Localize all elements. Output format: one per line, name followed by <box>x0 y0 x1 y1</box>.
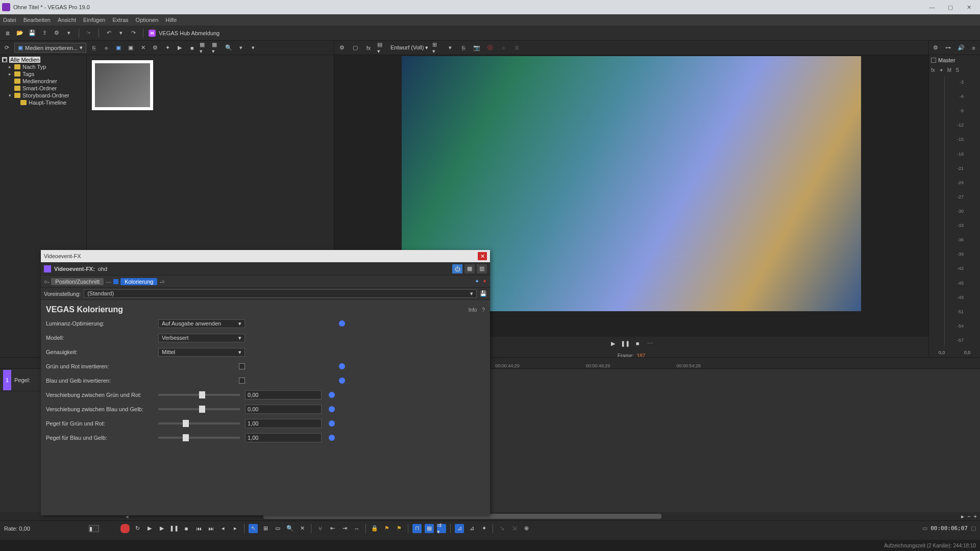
keyframe-icon[interactable] <box>329 406 335 412</box>
fx-lvl-gr-slider[interactable] <box>158 422 240 424</box>
fx-chain-add-icon[interactable]: ✦ <box>475 278 479 285</box>
shuffle-tool[interactable]: ✕ <box>298 524 307 533</box>
fx-lvl-by-input[interactable]: 1,00 <box>245 433 322 442</box>
tree-item-main-timeline[interactable]: Haupt-Timeline <box>1 99 85 106</box>
preview-play-button[interactable]: ▶ <box>609 339 617 347</box>
fx-view2-button[interactable]: ▥ <box>477 264 487 273</box>
preview-more-button[interactable]: ⋯ <box>646 339 654 347</box>
fx-shift-gr-slider[interactable] <box>158 394 240 396</box>
loop-button[interactable]: ↻ <box>133 524 142 533</box>
fx-view1-button[interactable]: ▦ <box>464 264 475 273</box>
overlay-icon[interactable]: ⊞ ▾ <box>432 43 442 53</box>
master-send-icon[interactable]: ✦ <box>939 67 943 73</box>
lock-button[interactable]: 🔒 <box>370 524 379 533</box>
ignore-event-button[interactable]: ↘ <box>497 524 506 533</box>
fx-dialog-titlebar[interactable]: Videoevent-FX ✕ <box>41 250 490 262</box>
record-badge-icon[interactable]: Ⓥ <box>485 43 495 53</box>
refresh-icon[interactable]: ⟳ <box>2 43 11 53</box>
hub-label[interactable]: VEGAS Hub Abmeldung <box>159 30 219 36</box>
overlay2-icon[interactable]: ▾ <box>446 43 455 53</box>
clock-popout-icon[interactable]: ▢ <box>971 525 976 532</box>
stop-button[interactable]: ■ <box>182 524 191 533</box>
auto-crossfade-button[interactable]: ⊿ <box>455 524 464 533</box>
minimize-button[interactable]: — <box>923 2 941 12</box>
hscroll-right-arrow[interactable]: ▸ <box>961 513 964 520</box>
master-gear-icon[interactable]: ⚙ <box>931 43 940 53</box>
rate-scrubber[interactable]: ▮ <box>89 525 99 532</box>
chevron-down-icon[interactable]: ▾ <box>64 29 74 38</box>
redo-icon[interactable]: ↷ <box>129 29 138 38</box>
fx-lum-opt-dropdown[interactable]: Auf Ausgabe anwenden▾ <box>158 319 245 328</box>
marker-flag1-icon[interactable]: ⚑ <box>382 524 391 533</box>
capture-icon[interactable]: ⎘ <box>89 43 99 53</box>
keyframe-icon[interactable] <box>329 392 335 398</box>
media-fx-icon[interactable]: ✦ <box>163 43 172 53</box>
tag-dropdown-icon[interactable]: ▾ <box>249 43 258 53</box>
preview-props-icon[interactable]: ⚙ <box>337 43 347 53</box>
sync-button[interactable]: ⊕ <box>522 524 531 533</box>
fx-preset-save-icon[interactable]: 💾 <box>480 290 487 297</box>
fx-lvl-by-slider[interactable] <box>158 437 240 439</box>
fx-chain-remove-icon[interactable]: ✦ <box>482 278 487 285</box>
menu-view[interactable]: Ansicht <box>58 17 76 23</box>
trim-end-tool[interactable]: ⇥ <box>340 524 349 533</box>
fx-shift-gr-input[interactable]: 0,00 <box>245 390 322 399</box>
get-media-icon[interactable]: ⎆ <box>102 43 111 53</box>
prev-frame-button[interactable]: ◂ <box>218 524 228 533</box>
fx-chain-position[interactable]: Position/Zuschnitt <box>51 278 104 285</box>
fx-lvl-gr-input[interactable]: 1,00 <box>245 419 322 428</box>
master-checkbox-icon[interactable] <box>931 58 936 63</box>
fx-close-button[interactable]: ✕ <box>478 252 487 260</box>
quantize-button[interactable]: ▦ <box>425 524 434 533</box>
fx-inv-by-checkbox[interactable] <box>239 378 245 384</box>
preview-quality-dropdown[interactable]: Entwurf (Voll) ▾ <box>390 44 428 51</box>
search-icon[interactable]: 🔍 <box>224 43 233 53</box>
fx-chain-enabled-icon[interactable] <box>113 279 118 284</box>
media-stop-icon[interactable]: ■ <box>187 43 197 53</box>
open-folder-icon[interactable]: 📂 <box>15 29 24 38</box>
master-dim-icon[interactable]: ≡ <box>969 43 978 53</box>
preview-pause-button[interactable]: ❚❚ <box>621 339 629 347</box>
maximize-button[interactable]: ▢ <box>941 2 960 12</box>
tree-item-by-type[interactable]: ▸Nach Typ <box>1 63 85 70</box>
keyframe-icon[interactable] <box>329 435 335 441</box>
master-mute-button[interactable]: M <box>947 67 951 73</box>
thumb-size-icon[interactable]: ▦ ▾ <box>212 43 221 53</box>
zoom-in-icon[interactable]: + <box>974 513 977 520</box>
new-project-icon[interactable]: 🗎 <box>3 29 12 38</box>
fx-preset-dropdown[interactable]: (Standard)▾ <box>84 289 477 298</box>
touch-icon[interactable]: ☞ <box>84 29 93 38</box>
keyframe-icon[interactable] <box>339 378 345 384</box>
master-volume-icon[interactable]: 🔊 <box>957 43 966 53</box>
tree-item-storyboard[interactable]: ▾Storyboard-Ordner <box>1 92 85 99</box>
fx-chain-pan-icon[interactable]: ○- <box>44 279 49 285</box>
import-media-button[interactable]: ▣ Medien importieren... ▾ <box>14 43 86 53</box>
remove-media-blue-icon[interactable]: ▣ <box>114 43 123 53</box>
preview-stop-button[interactable]: ■ <box>633 339 642 347</box>
hub-badge-icon[interactable]: H <box>149 30 156 37</box>
undo-icon[interactable]: ↶ <box>104 29 113 38</box>
tree-item-all-media[interactable]: ▣Alle Medien <box>1 56 85 63</box>
copy-snapshot-icon[interactable]: ⎘ <box>459 43 468 53</box>
fx-shift-by-input[interactable]: 0,00 <box>245 405 322 414</box>
media-props-icon[interactable]: ⚙ <box>151 43 160 53</box>
split-tool[interactable]: ⑂ <box>315 524 325 533</box>
selection-tool[interactable]: ⊞ <box>261 524 270 533</box>
fx-help-link[interactable]: ? <box>482 307 485 313</box>
render-icon[interactable]: ⇪ <box>40 29 49 38</box>
fx-chain-end-icon[interactable]: -○ <box>159 279 164 285</box>
master-solo-button[interactable]: S <box>955 67 959 73</box>
snap-button[interactable]: ⊓ <box>412 524 422 533</box>
link-button[interactable]: ⇲ <box>509 524 519 533</box>
menu-extras[interactable]: Extras <box>112 17 128 23</box>
fx-accuracy-dropdown[interactable]: Mittel▾ <box>158 348 245 357</box>
pause-button[interactable]: ❚❚ <box>169 524 179 533</box>
menu-file[interactable]: Datei <box>3 17 16 23</box>
envelope-tool[interactable]: ▭ <box>273 524 282 533</box>
colorize-button[interactable]: ✦ <box>479 524 488 533</box>
slip-tool[interactable]: ↔ <box>352 524 361 533</box>
master-fx-button[interactable]: fx <box>931 67 935 73</box>
tree-item-media-folders[interactable]: Medienordner <box>1 78 85 85</box>
more-icon[interactable]: ≣ <box>512 43 521 53</box>
menu-help[interactable]: Hilfe <box>165 17 177 23</box>
